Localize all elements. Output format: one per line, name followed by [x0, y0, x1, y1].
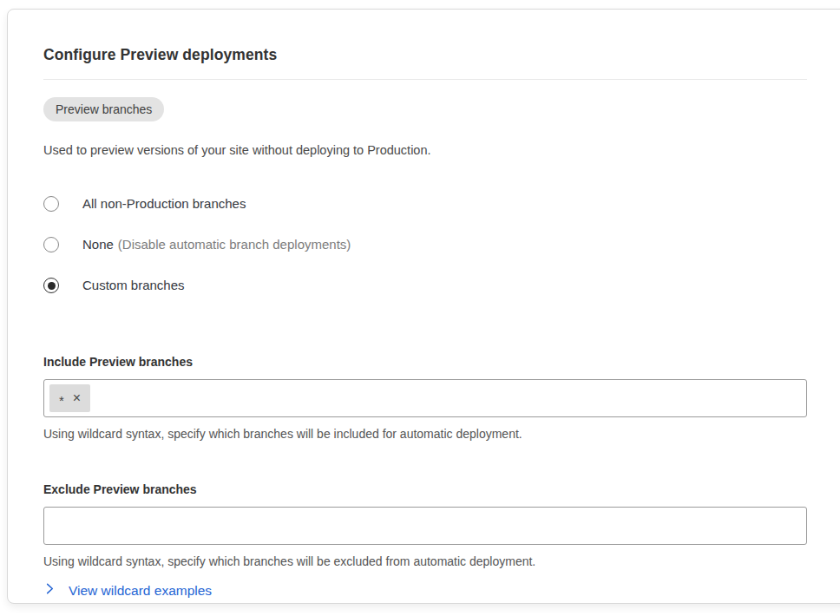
chip-value: * [59, 393, 64, 408]
page: Configure Preview deployments Preview br… [0, 0, 840, 616]
preview-branches-badge: Preview branches [43, 97, 164, 121]
page-title: Configure Preview deployments [43, 45, 807, 64]
radio-option-custom-branches[interactable]: Custom branches [43, 278, 807, 293]
branch-deployment-radio-group: All non-Production branches None (Disabl… [43, 196, 807, 293]
radio-button-icon[interactable] [43, 237, 59, 252]
exclude-branches-input[interactable] [43, 507, 807, 545]
chevron-right-icon [43, 582, 56, 600]
exclude-branches-field: Exclude Preview branches Using wildcard … [43, 483, 807, 568]
exclude-help-text: Using wildcard syntax, specify which bra… [43, 555, 807, 568]
radio-button-icon[interactable] [43, 278, 59, 293]
radio-option-all-non-production[interactable]: All non-Production branches [43, 196, 807, 212]
include-branches-label: Include Preview branches [43, 356, 807, 369]
chip-remove-icon[interactable]: × [73, 391, 81, 405]
branch-wildcard-chip: * × [49, 384, 90, 412]
include-branches-input[interactable]: * × [43, 379, 807, 417]
radio-option-label: Custom branches [82, 278, 185, 293]
include-branches-field: Include Preview branches * × Using wildc… [43, 356, 807, 441]
exclude-branches-label: Exclude Preview branches [43, 483, 807, 496]
radio-option-label: None [82, 237, 114, 252]
include-help-text: Using wildcard syntax, specify which bra… [43, 428, 807, 441]
link-label: View wildcard examples [69, 582, 212, 600]
card-content: Configure Preview deployments Preview br… [43, 45, 807, 600]
title-divider [43, 79, 807, 80]
radio-option-label: All non-Production branches [82, 196, 246, 212]
description-text: Used to preview versions of your site wi… [43, 142, 807, 158]
radio-button-icon[interactable] [43, 196, 59, 212]
preview-deployments-card: Configure Preview deployments Preview br… [7, 9, 840, 604]
radio-option-sublabel: (Disable automatic branch deployments) [118, 237, 351, 252]
view-wildcard-examples-link[interactable]: View wildcard examples [43, 582, 212, 600]
radio-option-none[interactable]: None (Disable automatic branch deploymen… [43, 237, 807, 252]
